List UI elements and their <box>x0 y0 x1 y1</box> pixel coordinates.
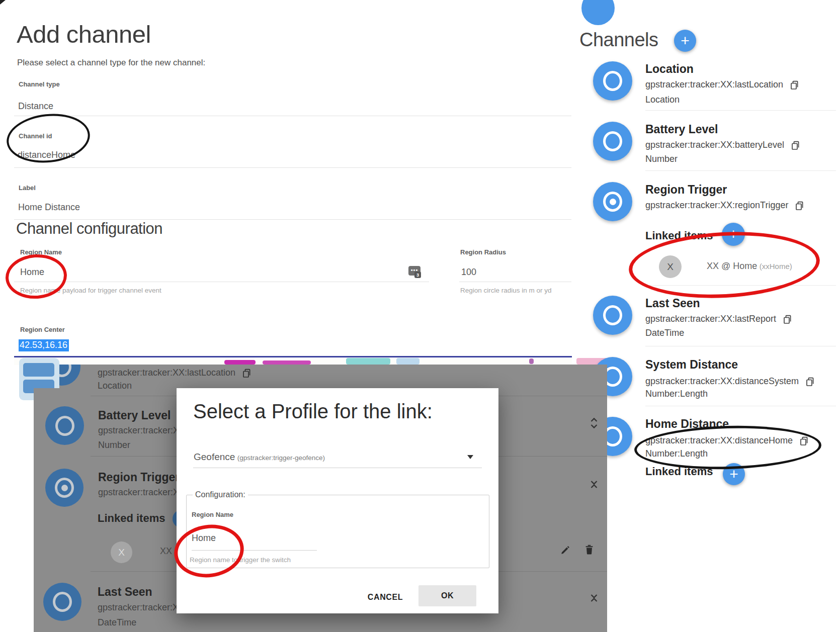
region-center-label: Region Center <box>20 326 65 333</box>
channel-item-type: Location <box>98 381 132 391</box>
channel-state-icon <box>43 583 81 621</box>
cancel-button[interactable]: CANCEL <box>358 588 413 606</box>
profile-select[interactable]: Geofence (gpstracker:trigger-geofence) <box>194 452 325 463</box>
row-divider <box>645 170 836 171</box>
trigger-ring-glyph <box>603 192 622 212</box>
channel-name[interactable]: Location <box>645 62 694 76</box>
state-ring-glyph <box>55 416 74 436</box>
form-filler-extension-icon[interactable]: ••• 3 <box>408 266 421 276</box>
channel-uid: gpstracker:tracker:XX:lastLocation <box>98 368 235 378</box>
channel-item-type: DateTime <box>645 328 684 338</box>
channel-uid: gpstracker:tracker:X <box>98 602 177 613</box>
dialog-region-name-helper: Region name to trigger the switch <box>190 556 291 564</box>
channel-name[interactable]: Last Seen <box>98 585 152 599</box>
copy-icon[interactable] <box>799 436 809 446</box>
linked-item-title: XX @ Home <box>707 261 757 271</box>
channel-item-type: Number <box>98 440 130 450</box>
linked-items-label: Linked items <box>98 512 165 525</box>
channel-trigger-icon <box>45 469 83 507</box>
channels-heading: Channels <box>579 29 658 51</box>
backdrop-patch <box>34 388 59 400</box>
channel-state-icon <box>45 406 84 445</box>
linked-items-label: Linked items <box>645 465 713 478</box>
channel-name[interactable]: Region Trigger <box>98 471 177 484</box>
add-linked-item-button[interactable]: + <box>722 223 745 246</box>
corner-artifact <box>0 0 6 5</box>
channel-uid-row: gpstracker:tracker:XX:distanceHome <box>645 435 809 446</box>
extension-badge: 3 <box>414 272 421 278</box>
channel-type-field[interactable]: Distance <box>18 101 53 112</box>
channel-id-field[interactable]: distanceHome <box>18 150 75 160</box>
channel-item-type: Number:Length <box>645 389 708 399</box>
channel-state-icon <box>593 296 632 335</box>
channel-item-type: DateTime <box>98 617 136 628</box>
copy-icon[interactable] <box>791 140 800 150</box>
channel-name[interactable]: System Distance <box>645 358 738 372</box>
channel-item-type: Location <box>645 95 680 105</box>
chevron-down-icon[interactable] <box>467 455 473 459</box>
channel-item-type: Number:Length <box>645 448 708 459</box>
region-radius-field[interactable]: 100 <box>461 267 476 278</box>
edit-icon[interactable] <box>560 545 570 558</box>
copy-icon[interactable] <box>783 314 792 324</box>
scrolled-add-button-partial[interactable] <box>581 0 615 25</box>
linked-item-avatar: X <box>111 541 132 563</box>
channel-uid: gpstracker:tracker:XX:batteryLevel <box>645 140 784 150</box>
dialog-region-name-label: Region Name <box>192 511 233 518</box>
copy-icon[interactable] <box>242 368 251 378</box>
linked-item-avatar: X <box>659 255 682 278</box>
sort-up-down-icon[interactable] <box>590 589 599 603</box>
add-linked-item-button[interactable]: + <box>723 463 745 485</box>
channel-uid-row: gpstracker:tracker:XX:lastLocation <box>98 368 251 378</box>
linked-item-hint: (xxHome) <box>760 262 792 270</box>
channel-item-type: Number <box>645 154 678 164</box>
row-divider <box>645 285 836 286</box>
map-label-mark <box>263 360 311 365</box>
profile-dialog: Select a Profile for the link: Geofence … <box>177 388 498 613</box>
channel-name[interactable]: Battery Level <box>645 123 718 136</box>
channel-state-icon <box>593 61 632 101</box>
channel-name[interactable]: Region Trigger <box>645 183 727 197</box>
channel-uid: gpstracker:tracker:XX:lastLocation <box>645 79 783 90</box>
ok-button[interactable]: OK <box>418 585 476 606</box>
delete-icon[interactable] <box>584 544 595 557</box>
trigger-dot-glyph <box>61 485 68 491</box>
channel-type-label: Channel type <box>19 80 60 88</box>
copy-icon[interactable] <box>790 80 799 90</box>
region-radius-helper: Region circle radius in m or yd <box>460 287 552 294</box>
channel-uid-row: gpstracker:tracker:XX:distanceSystem <box>645 376 815 387</box>
map-water-mark <box>396 358 419 365</box>
channel-name[interactable]: Battery Level <box>98 409 171 422</box>
dialog-region-name-underline <box>192 550 317 551</box>
channel-uid-row: gpstracker:tracker:XX:regionTrigger <box>645 200 804 211</box>
region-center-field[interactable]: 42.53,16.16 <box>19 339 69 351</box>
profile-select-value: Geofence <box>194 452 235 462</box>
channel-uid-row: gpstracker:tracker:XX:lastLocation <box>645 79 799 90</box>
state-ring-glyph <box>53 592 72 612</box>
linked-item[interactable]: XX @ Home (xxHome) <box>707 261 792 272</box>
region-radius-underline <box>459 282 571 282</box>
region-center-focus-underline <box>14 356 572 357</box>
region-radius-label: Region Radius <box>460 248 506 256</box>
channel-uid: gpstracker:tracker:X <box>98 425 177 436</box>
channel-id-label: Channel id <box>19 132 52 140</box>
region-name-underline <box>14 282 429 282</box>
sort-up-down-icon[interactable] <box>590 416 599 430</box>
add-channel-button[interactable]: + <box>674 30 696 52</box>
configuration-legend: Configuration: <box>193 490 248 499</box>
state-ring-glyph <box>603 131 622 151</box>
region-name-field[interactable]: Home <box>20 267 44 278</box>
dialog-region-name-field[interactable]: Home <box>192 533 216 544</box>
channel-uid: gpstracker:tracker:XX:regionTrigger <box>645 200 788 211</box>
copy-icon[interactable] <box>795 201 804 211</box>
copy-icon[interactable] <box>805 377 815 387</box>
map-zoom-in-button[interactable] <box>23 363 54 377</box>
sort-up-down-icon[interactable] <box>590 476 599 490</box>
label-field[interactable]: Home Distance <box>18 202 80 213</box>
map-label-mark <box>529 358 534 364</box>
trigger-dot-glyph <box>610 199 616 205</box>
channel-name[interactable]: Last Seen <box>645 297 700 310</box>
row-divider <box>645 406 836 406</box>
channel-id-underline <box>14 167 571 168</box>
channel-name[interactable]: Home Distance <box>645 417 729 431</box>
